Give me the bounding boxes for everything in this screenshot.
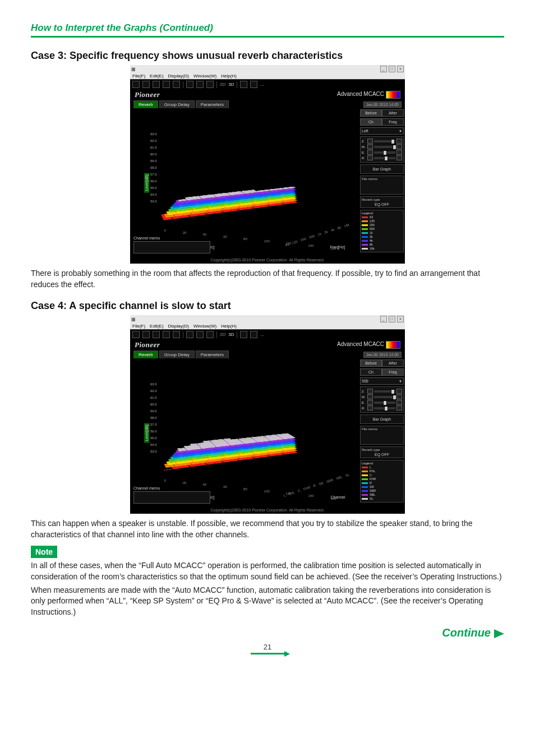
tab-reverb[interactable]: Reverb xyxy=(133,351,158,358)
channel-memo-input[interactable] xyxy=(133,241,210,253)
print-icon[interactable] xyxy=(163,331,170,338)
toolbar-more[interactable]: ... xyxy=(260,82,264,87)
legend-label: 16k xyxy=(370,247,375,250)
legend-label: FHL xyxy=(370,469,375,473)
cut-icon[interactable] xyxy=(186,81,193,88)
tool-icon-2[interactable] xyxy=(250,81,257,88)
tab-parameters[interactable]: Parameters xyxy=(196,351,229,358)
minimize-icon[interactable]: _ xyxy=(380,316,387,322)
mode-2d-button[interactable]: 2D xyxy=(220,82,225,87)
open-icon[interactable] xyxy=(132,81,140,88)
paste-icon[interactable] xyxy=(206,331,214,338)
slider-e[interactable] xyxy=(374,151,395,154)
tool-icon-1[interactable] xyxy=(240,81,247,88)
mode-2d-button[interactable]: 2D xyxy=(220,332,225,337)
slider-m[interactable] xyxy=(374,146,395,148)
mode-3d-button[interactable]: 3D xyxy=(228,82,234,87)
save-icon[interactable] xyxy=(142,331,150,338)
legend-label: R xyxy=(370,481,372,485)
freq-dropdown[interactable]: 500▼ xyxy=(360,377,404,385)
channel-memo-input[interactable] xyxy=(133,491,210,504)
after-button[interactable]: After xyxy=(382,109,404,117)
tab-parameters[interactable]: Parameters xyxy=(196,100,229,108)
legend-swatch xyxy=(362,474,368,476)
toolbar-more[interactable]: ... xyxy=(260,332,264,337)
slider-m-r[interactable] xyxy=(396,144,402,149)
note-text-1: In all of these cases, when the “Full Au… xyxy=(31,560,504,582)
chevron-down-icon: ▼ xyxy=(399,130,402,133)
slider-r-l[interactable] xyxy=(367,155,373,160)
toolbar: 2D 3D ... xyxy=(130,79,405,89)
view-sliders: Z M E R xyxy=(360,136,404,163)
tab-bar: Reverb Group Delay Parameters xyxy=(133,351,230,358)
legend-swatch xyxy=(362,236,368,238)
legend-label: SBR xyxy=(370,489,376,492)
menu-file[interactable]: File(F) xyxy=(132,324,145,329)
preview-icon[interactable] xyxy=(173,81,180,88)
tab-group-delay[interactable]: Group Delay xyxy=(159,100,195,108)
open-icon[interactable] xyxy=(132,331,140,338)
tool-icon-2[interactable] xyxy=(250,331,257,338)
menu-edit[interactable]: Edit(E) xyxy=(150,324,163,329)
menu-help[interactable]: Help(H) xyxy=(221,73,237,79)
close-icon[interactable]: × xyxy=(397,316,404,322)
copy-icon[interactable] xyxy=(196,81,204,88)
after-button[interactable]: After xyxy=(382,359,404,367)
slider-e-r[interactable] xyxy=(396,150,402,155)
slider-m-l[interactable] xyxy=(367,144,373,149)
slider-z-l[interactable] xyxy=(367,139,373,144)
menu-display[interactable]: Display(D) xyxy=(168,73,189,79)
menu-display[interactable]: Display(D) xyxy=(168,324,189,329)
copyright: Copyright(c)2003-2010 Pioneer Corporatio… xyxy=(130,507,405,514)
bar-graph-button[interactable]: Bar Graph xyxy=(360,164,404,174)
advanced-mcacc-label: Advanced MCACC xyxy=(337,91,384,97)
bar-graph-button[interactable]: Bar Graph xyxy=(360,414,404,424)
minimize-icon[interactable]: _ xyxy=(380,66,387,72)
slider-r[interactable] xyxy=(374,157,395,159)
window-titlebar: ▦ _ □ × xyxy=(130,65,405,73)
legend-item: 250 xyxy=(362,223,402,227)
copy-icon[interactable] xyxy=(196,331,204,338)
tab-group-delay[interactable]: Group Delay xyxy=(159,351,195,358)
maximize-icon[interactable]: □ xyxy=(389,316,395,322)
file-memo-input[interactable] xyxy=(362,432,402,443)
menu-help[interactable]: Help(H) xyxy=(221,324,237,329)
maximize-icon[interactable]: □ xyxy=(389,66,395,72)
preview-icon[interactable] xyxy=(173,331,180,338)
menu-file[interactable]: File(F) xyxy=(132,73,145,79)
before-button[interactable]: Before xyxy=(360,109,382,117)
channel-dropdown[interactable]: Left▼ xyxy=(360,127,404,135)
before-button[interactable]: Before xyxy=(360,359,382,367)
mode-3d-button[interactable]: 3D xyxy=(228,332,234,337)
continue-link[interactable]: Continue xyxy=(31,626,504,639)
slider-e-l[interactable] xyxy=(367,150,373,155)
receive-icon[interactable] xyxy=(153,331,160,338)
ch-button[interactable]: Ch xyxy=(360,368,382,376)
menu-window[interactable]: Window(W) xyxy=(193,73,216,79)
cut-icon[interactable] xyxy=(186,331,193,338)
note-text-2: When measurements are made with the “Aut… xyxy=(31,585,504,618)
freq-button[interactable]: Freq xyxy=(382,368,404,376)
freq-button[interactable]: Freq xyxy=(382,118,404,126)
tab-reverb[interactable]: Reverb xyxy=(133,100,158,108)
menu-edit[interactable]: Edit(E) xyxy=(150,73,163,79)
y-axis-label: Level[dB] xyxy=(144,423,149,442)
reverb-type-panel: Reverb type EQ OFF xyxy=(360,446,404,458)
receive-icon[interactable] xyxy=(153,81,160,88)
slider-z-r[interactable] xyxy=(396,139,402,144)
legend-swatch xyxy=(362,467,368,468)
save-icon[interactable] xyxy=(142,81,150,88)
menu-bar: File(F) Edit(E) Display(D) Window(W) Hel… xyxy=(130,323,405,329)
legend-item: 16k xyxy=(362,247,402,250)
slider-z[interactable] xyxy=(374,140,395,142)
app-screenshot-case3: ▦ _ □ × File(F) Edit(E) Display(D) Windo… xyxy=(130,65,405,264)
paste-icon[interactable] xyxy=(206,81,214,88)
legend-panel: Legend 631252505001k2k4k8k16k xyxy=(360,210,404,252)
print-icon[interactable] xyxy=(163,81,170,88)
menu-window[interactable]: Window(W) xyxy=(193,324,216,329)
ch-button[interactable]: Ch xyxy=(360,118,382,126)
tool-icon-1[interactable] xyxy=(240,331,247,338)
slider-r-r[interactable] xyxy=(396,155,402,160)
close-icon[interactable]: × xyxy=(397,66,404,72)
file-memo-input[interactable] xyxy=(362,182,402,193)
